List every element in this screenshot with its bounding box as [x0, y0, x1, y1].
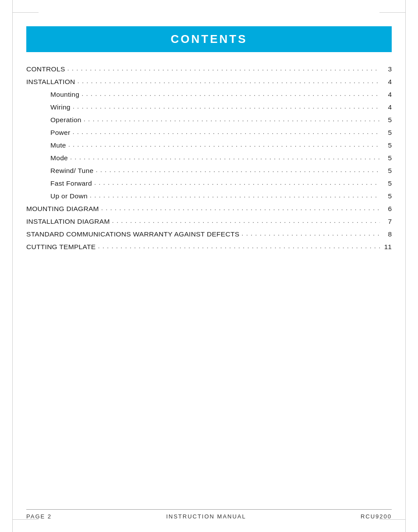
toc-entry-dots	[81, 90, 380, 97]
toc-entry-label: Up or Down	[50, 192, 88, 200]
toc-entry-dots	[84, 115, 380, 123]
toc-row: CUTTING TEMPLATE11	[26, 243, 392, 251]
toc-entry-label: CUTTING TEMPLATE	[26, 243, 96, 251]
toc-row: Fast Forward5	[26, 180, 392, 187]
toc-entry-label: Rewind/ Tune	[50, 167, 93, 175]
toc-row: INSTALLATION4	[26, 78, 392, 86]
toc-section: CONTROLS3INSTALLATION4Mounting4Wiring4Op…	[26, 65, 392, 251]
toc-entry-dots	[67, 64, 380, 72]
toc-entry-page: 5	[382, 180, 392, 187]
toc-entry-page: 7	[382, 218, 392, 225]
toc-entry-page: 3	[382, 65, 392, 73]
toc-row: Mounting4	[26, 91, 392, 99]
toc-row: Mute5	[26, 141, 392, 149]
toc-entry-page: 4	[382, 78, 392, 86]
right-border	[405, 0, 406, 532]
content-area: CONTENTS CONTROLS3INSTALLATION4Mounting4…	[26, 26, 392, 497]
contents-header: CONTENTS	[26, 26, 392, 52]
toc-row: Mode5	[26, 154, 392, 162]
toc-row: Wiring4	[26, 103, 392, 111]
toc-row: CONTROLS3	[26, 65, 392, 73]
toc-entry-label: Fast Forward	[50, 180, 92, 187]
toc-entry-label: Power	[50, 129, 70, 137]
toc-entry-label: Mounting	[50, 91, 79, 99]
toc-entry-page: 4	[382, 103, 392, 111]
toc-row: Operation5	[26, 116, 392, 124]
footer-page: PAGE 2	[26, 513, 52, 520]
toc-entry-label: Mute	[50, 141, 66, 149]
footer-product: RCU9200	[361, 513, 392, 520]
toc-entry-page: 5	[382, 141, 392, 149]
toc-entry-page: 6	[382, 205, 392, 213]
toc-entry-dots	[94, 179, 380, 186]
toc-entry-dots	[112, 217, 380, 224]
toc-entry-page: 5	[382, 129, 392, 137]
contents-title: CONTENTS	[35, 32, 383, 46]
toc-entry-dots	[90, 191, 380, 199]
toc-entry-dots	[241, 229, 380, 237]
toc-row: INSTALLATION DIAGRAM7	[26, 218, 392, 225]
toc-entry-page: 8	[382, 230, 392, 238]
toc-entry-page: 5	[382, 192, 392, 200]
toc-entry-dots	[98, 242, 380, 250]
top-left-rule	[12, 12, 39, 13]
toc-row: Rewind/ Tune5	[26, 167, 392, 175]
toc-entry-page: 5	[382, 167, 392, 175]
toc-entry-label: Mode	[50, 154, 68, 162]
left-border	[12, 0, 13, 532]
toc-entry-label: INSTALLATION	[26, 78, 75, 86]
toc-entry-label: MOUNTING DIAGRAM	[26, 205, 99, 213]
footer-center: INSTRUCTION MANUAL	[166, 513, 246, 520]
toc-row: Up or Down5	[26, 192, 392, 200]
toc-entry-page: 5	[382, 154, 392, 162]
footer: PAGE 2 INSTRUCTION MANUAL RCU9200	[26, 509, 392, 520]
toc-entry-label: Wiring	[50, 103, 71, 111]
toc-entry-label: CONTROLS	[26, 65, 65, 73]
toc-row: Power5	[26, 129, 392, 137]
toc-entry-dots	[101, 204, 380, 211]
top-right-rule	[379, 12, 406, 13]
toc-entry-label: Operation	[50, 116, 81, 124]
toc-entry-dots	[73, 102, 380, 110]
toc-entry-dots	[68, 141, 380, 148]
toc-entry-dots	[96, 166, 380, 173]
toc-entry-dots	[70, 153, 380, 161]
toc-entry-page: 4	[382, 91, 392, 99]
toc-entry-dots	[72, 128, 380, 135]
toc-entry-page: 5	[382, 116, 392, 124]
toc-entry-page: 11	[382, 243, 392, 251]
toc-entry-label: INSTALLATION DIAGRAM	[26, 218, 110, 225]
toc-entry-dots	[78, 77, 380, 85]
toc-row: MOUNTING DIAGRAM6	[26, 205, 392, 213]
toc-row: STANDARD COMMUNICATIONS WARRANTY AGAINST…	[26, 230, 392, 238]
toc-entry-label: STANDARD COMMUNICATIONS WARRANTY AGAINST…	[26, 230, 239, 238]
